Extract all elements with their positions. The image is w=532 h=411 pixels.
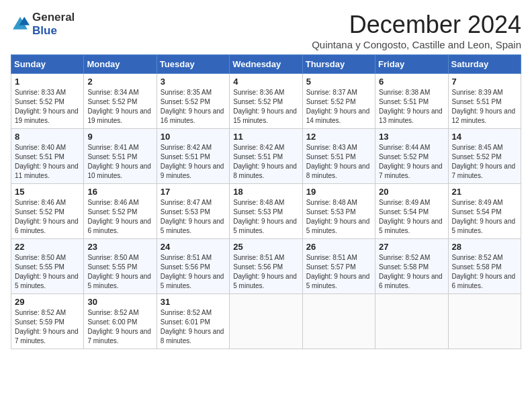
day-detail: Sunrise: 8:52 AMSunset: 6:00 PMDaylight:… bbox=[87, 309, 151, 345]
day-detail: Sunrise: 8:44 AMSunset: 5:52 PMDaylight:… bbox=[379, 144, 443, 179]
day-number: 3 bbox=[161, 77, 226, 87]
day-detail: Sunrise: 8:48 AMSunset: 5:53 PMDaylight:… bbox=[233, 199, 297, 234]
month-title: December 2024 bbox=[312, 11, 521, 39]
table-row: 15 Sunrise: 8:46 AMSunset: 5:52 PMDaylig… bbox=[11, 184, 84, 239]
table-row: 18 Sunrise: 8:48 AMSunset: 5:53 PMDaylig… bbox=[230, 184, 302, 239]
table-row: 27 Sunrise: 8:52 AMSunset: 5:58 PMDaylig… bbox=[375, 239, 448, 294]
day-detail: Sunrise: 8:42 AMSunset: 5:51 PMDaylight:… bbox=[161, 144, 224, 179]
day-detail: Sunrise: 8:43 AMSunset: 5:51 PMDaylight:… bbox=[306, 144, 370, 179]
table-row: 16 Sunrise: 8:46 AMSunset: 5:52 PMDaylig… bbox=[84, 184, 157, 239]
day-number: 23 bbox=[87, 242, 152, 252]
logo: General Blue bbox=[11, 11, 75, 38]
table-row: 12 Sunrise: 8:43 AMSunset: 5:51 PMDaylig… bbox=[302, 129, 375, 184]
day-number: 19 bbox=[306, 187, 371, 197]
day-detail: Sunrise: 8:40 AMSunset: 5:51 PMDaylight:… bbox=[15, 144, 79, 179]
table-row: 19 Sunrise: 8:48 AMSunset: 5:53 PMDaylig… bbox=[302, 184, 375, 239]
day-detail: Sunrise: 8:52 AMSunset: 6:01 PMDaylight:… bbox=[161, 309, 224, 345]
table-row: 25 Sunrise: 8:51 AMSunset: 5:56 PMDaylig… bbox=[230, 239, 302, 294]
table-row: 2 Sunrise: 8:34 AMSunset: 5:52 PMDayligh… bbox=[84, 74, 157, 129]
day-number: 25 bbox=[233, 242, 298, 252]
table-row: 28 Sunrise: 8:52 AMSunset: 5:58 PMDaylig… bbox=[448, 239, 521, 294]
day-number: 29 bbox=[15, 297, 80, 307]
table-row: 9 Sunrise: 8:41 AMSunset: 5:51 PMDayligh… bbox=[84, 129, 157, 184]
col-tuesday: Tuesday bbox=[157, 55, 229, 74]
day-number: 5 bbox=[306, 77, 371, 87]
table-row: 21 Sunrise: 8:49 AMSunset: 5:54 PMDaylig… bbox=[448, 184, 521, 239]
day-detail: Sunrise: 8:36 AMSunset: 5:52 PMDaylight:… bbox=[233, 89, 297, 124]
calendar-week-row: 15 Sunrise: 8:46 AMSunset: 5:52 PMDaylig… bbox=[11, 184, 521, 239]
table-row: 17 Sunrise: 8:47 AMSunset: 5:53 PMDaylig… bbox=[157, 184, 229, 239]
day-detail: Sunrise: 8:39 AMSunset: 5:51 PMDaylight:… bbox=[452, 89, 516, 124]
day-number: 18 bbox=[233, 187, 298, 197]
day-number: 24 bbox=[161, 242, 226, 252]
day-detail: Sunrise: 8:47 AMSunset: 5:53 PMDaylight:… bbox=[161, 199, 224, 234]
logo-general: General bbox=[32, 11, 75, 24]
table-row: 20 Sunrise: 8:49 AMSunset: 5:54 PMDaylig… bbox=[375, 184, 448, 239]
day-number: 15 bbox=[15, 187, 80, 197]
day-detail: Sunrise: 8:33 AMSunset: 5:52 PMDaylight:… bbox=[15, 89, 79, 124]
table-row: 4 Sunrise: 8:36 AMSunset: 5:52 PMDayligh… bbox=[230, 74, 302, 129]
table-row: 22 Sunrise: 8:50 AMSunset: 5:55 PMDaylig… bbox=[11, 239, 84, 294]
calendar-week-row: 1 Sunrise: 8:33 AMSunset: 5:52 PMDayligh… bbox=[11, 74, 521, 129]
day-detail: Sunrise: 8:52 AMSunset: 5:58 PMDaylight:… bbox=[452, 254, 516, 289]
day-detail: Sunrise: 8:34 AMSunset: 5:52 PMDaylight:… bbox=[87, 89, 151, 124]
table-row: 24 Sunrise: 8:51 AMSunset: 5:56 PMDaylig… bbox=[157, 239, 229, 294]
day-number: 27 bbox=[379, 242, 444, 252]
day-number: 28 bbox=[452, 242, 517, 252]
table-row: 31 Sunrise: 8:52 AMSunset: 6:01 PMDaylig… bbox=[157, 294, 229, 349]
calendar-week-row: 29 Sunrise: 8:52 AMSunset: 5:59 PMDaylig… bbox=[11, 294, 521, 349]
day-detail: Sunrise: 8:51 AMSunset: 5:57 PMDaylight:… bbox=[306, 254, 370, 289]
day-number: 16 bbox=[87, 187, 152, 197]
day-number: 6 bbox=[379, 77, 444, 87]
day-number: 13 bbox=[379, 132, 444, 142]
table-row: 5 Sunrise: 8:37 AMSunset: 5:52 PMDayligh… bbox=[302, 74, 375, 129]
day-detail: Sunrise: 8:51 AMSunset: 5:56 PMDaylight:… bbox=[233, 254, 297, 289]
day-detail: Sunrise: 8:52 AMSunset: 5:58 PMDaylight:… bbox=[379, 254, 443, 289]
day-number: 22 bbox=[15, 242, 80, 252]
table-row: 13 Sunrise: 8:44 AMSunset: 5:52 PMDaylig… bbox=[375, 129, 448, 184]
logo-text: General Blue bbox=[32, 11, 75, 38]
title-section: December 2024 Quintana y Congosto, Casti… bbox=[312, 11, 521, 50]
table-row: 8 Sunrise: 8:40 AMSunset: 5:51 PMDayligh… bbox=[11, 129, 84, 184]
day-detail: Sunrise: 8:51 AMSunset: 5:56 PMDaylight:… bbox=[161, 254, 224, 289]
day-number: 1 bbox=[15, 77, 80, 87]
col-thursday: Thursday bbox=[302, 55, 375, 74]
day-number: 12 bbox=[306, 132, 371, 142]
day-detail: Sunrise: 8:46 AMSunset: 5:52 PMDaylight:… bbox=[15, 199, 79, 234]
page-header: General Blue December 2024 Quintana y Co… bbox=[11, 11, 521, 50]
day-number: 7 bbox=[452, 77, 517, 87]
day-detail: Sunrise: 8:45 AMSunset: 5:52 PMDaylight:… bbox=[452, 144, 516, 179]
day-detail: Sunrise: 8:50 AMSunset: 5:55 PMDaylight:… bbox=[15, 254, 79, 289]
day-detail: Sunrise: 8:49 AMSunset: 5:54 PMDaylight:… bbox=[452, 199, 516, 234]
day-number: 30 bbox=[87, 297, 152, 307]
day-number: 21 bbox=[452, 187, 517, 197]
day-detail: Sunrise: 8:50 AMSunset: 5:55 PMDaylight:… bbox=[87, 254, 151, 289]
day-number: 9 bbox=[87, 132, 152, 142]
logo-blue: Blue bbox=[32, 24, 57, 37]
col-wednesday: Wednesday bbox=[230, 55, 302, 74]
day-number: 31 bbox=[161, 297, 226, 307]
empty-cell bbox=[375, 294, 448, 349]
day-number: 20 bbox=[379, 187, 444, 197]
day-number: 14 bbox=[452, 132, 517, 142]
table-row: 3 Sunrise: 8:35 AMSunset: 5:52 PMDayligh… bbox=[157, 74, 229, 129]
day-number: 26 bbox=[306, 242, 371, 252]
day-number: 10 bbox=[161, 132, 226, 142]
day-detail: Sunrise: 8:41 AMSunset: 5:51 PMDaylight:… bbox=[87, 144, 151, 179]
day-detail: Sunrise: 8:35 AMSunset: 5:52 PMDaylight:… bbox=[161, 89, 224, 124]
day-number: 11 bbox=[233, 132, 298, 142]
table-row: 14 Sunrise: 8:45 AMSunset: 5:52 PMDaylig… bbox=[448, 129, 521, 184]
location-subtitle: Quintana y Congosto, Castille and Leon, … bbox=[312, 39, 521, 50]
table-row: 10 Sunrise: 8:42 AMSunset: 5:51 PMDaylig… bbox=[157, 129, 229, 184]
calendar-week-row: 22 Sunrise: 8:50 AMSunset: 5:55 PMDaylig… bbox=[11, 239, 521, 294]
table-row: 1 Sunrise: 8:33 AMSunset: 5:52 PMDayligh… bbox=[11, 74, 84, 129]
day-number: 4 bbox=[233, 77, 298, 87]
day-detail: Sunrise: 8:42 AMSunset: 5:51 PMDaylight:… bbox=[233, 144, 297, 179]
col-monday: Monday bbox=[84, 55, 157, 74]
day-detail: Sunrise: 8:46 AMSunset: 5:52 PMDaylight:… bbox=[87, 199, 151, 234]
day-detail: Sunrise: 8:38 AMSunset: 5:51 PMDaylight:… bbox=[379, 89, 443, 124]
table-row: 29 Sunrise: 8:52 AMSunset: 5:59 PMDaylig… bbox=[11, 294, 84, 349]
col-friday: Friday bbox=[375, 55, 448, 74]
day-detail: Sunrise: 8:48 AMSunset: 5:53 PMDaylight:… bbox=[306, 199, 370, 234]
calendar-week-row: 8 Sunrise: 8:40 AMSunset: 5:51 PMDayligh… bbox=[11, 129, 521, 184]
